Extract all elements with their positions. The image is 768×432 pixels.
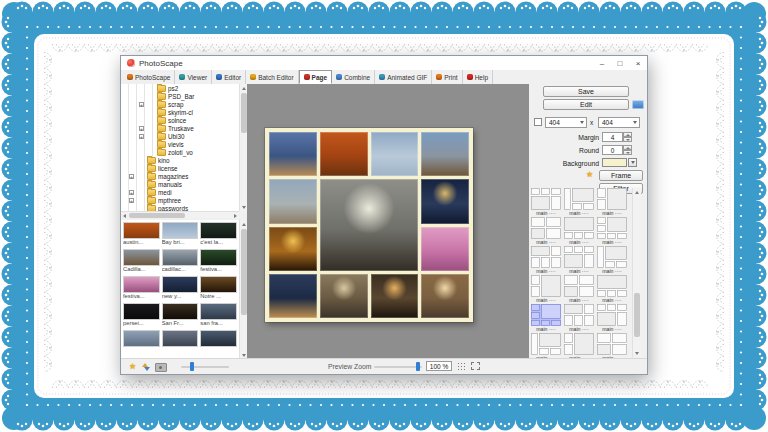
collage-photo-interior-escalator[interactable] [320,274,368,318]
collage-photo-beach-scene[interactable] [269,179,317,223]
template-option[interactable]: main ···· [531,275,561,304]
tree-expander-icon[interactable]: + [129,174,134,179]
tree-item-license[interactable]: license [121,164,239,172]
template-option[interactable]: main ···· [564,333,594,359]
list-item[interactable]: Cadilla... [123,249,160,274]
margin-spinner[interactable] [623,132,632,142]
template-option[interactable]: main ···· [597,304,627,333]
tree-item-Truskave[interactable]: +Truskave [121,124,239,132]
template-option[interactable]: main ···· [531,333,561,359]
slider-knob[interactable] [416,362,420,371]
panel-layout-icon[interactable] [632,100,644,109]
tree-item-ps2[interactable]: ps2 [121,84,239,92]
spin-down-icon[interactable] [623,137,632,142]
collage-page[interactable] [265,128,473,322]
scroll-down-icon[interactable] [240,203,247,211]
tree-item-skyrim-cl[interactable]: skyrim-cl [121,108,239,116]
tree-item-magazines[interactable]: +magazines [121,172,239,180]
tree-item-zoloti_vo[interactable]: zoloti_vo [121,148,239,156]
width-select[interactable]: 404 [545,117,587,128]
tree-item-manuals[interactable]: manuals [121,180,239,188]
collage-photo-carousel-night[interactable] [269,227,317,271]
height-select[interactable]: 404 [598,117,640,128]
tree-item-medi[interactable]: +medi [121,188,239,196]
tree-horizontal-scrollbar[interactable] [121,211,239,218]
template-option[interactable]: main ···· [564,188,594,217]
list-item[interactable]: Notre ... [200,276,237,301]
scroll-up-icon[interactable] [240,84,247,92]
minimize-button[interactable]: – [593,56,611,70]
tree-item-PSD_Bar[interactable]: PSD_Bar [121,92,239,100]
frame-button[interactable]: Frame [599,170,643,181]
actual-pixels-icon[interactable] [457,362,466,370]
round-value[interactable]: 0 [602,145,623,155]
collage-photo-moon-seascape[interactable] [320,179,419,271]
list-item[interactable]: san fra... [200,303,237,328]
camera-icon[interactable] [155,363,167,372]
tab-print[interactable]: Print [432,70,462,84]
list-item[interactable]: cadillac... [162,249,199,274]
page-size-icon[interactable] [534,118,542,126]
list-item[interactable]: c'est la... [200,222,237,247]
template-option[interactable]: main ···· [597,217,627,246]
list-item[interactable]: new y... [162,276,199,301]
fit-to-window-icon[interactable] [471,362,480,370]
edit-button[interactable]: Edit [543,99,629,110]
scroll-up-icon[interactable] [633,188,641,196]
zoom-value[interactable]: 100 % [426,361,452,371]
background-dropdown-button[interactable] [628,158,637,167]
collage-photo-city-skyline-night[interactable] [269,274,317,318]
list-item[interactable]: San Fr... [162,303,199,328]
title-bar[interactable]: PhotoScape – □ × [121,56,647,71]
background-color-swatch[interactable] [602,158,627,167]
thumbnail-scrollbar[interactable] [239,220,247,359]
scroll-left-icon[interactable] [121,212,128,219]
scroll-up-icon[interactable] [240,220,247,228]
tree-item-solnce[interactable]: solnce [121,116,239,124]
collage-photo-pink-flowers[interactable] [421,227,469,271]
tree-expander-icon[interactable]: + [139,134,144,139]
collage-photo-calm-sea[interactable] [371,132,419,176]
scroll-down-icon[interactable] [633,349,641,357]
template-option[interactable]: main ···· [531,246,561,275]
tree-item-scrap[interactable]: +scrap [121,100,239,108]
template-option[interactable]: main ···· [531,188,561,217]
template-option[interactable]: main ···· [564,275,594,304]
tab-photoscape[interactable]: PhotoScape [123,70,175,84]
tree-expander-icon[interactable]: + [129,190,134,195]
tree-item-mpthree[interactable]: +mpthree [121,196,239,204]
tab-combine[interactable]: Combine [332,70,375,84]
template-option[interactable]: main ···· [597,333,627,359]
scroll-right-icon[interactable] [232,212,239,219]
list-item[interactable]: austin... [123,222,160,247]
close-button[interactable]: × [629,56,647,70]
list-item[interactable]: Bay bri... [162,222,199,247]
template-option[interactable]: main ···· [564,246,594,275]
template-option[interactable]: main ···· [597,246,627,275]
tree-hscroll-thumb[interactable] [129,213,185,218]
tree-expander-icon[interactable]: + [129,198,134,203]
collage-photo-orange-puzzle[interactable] [320,132,368,176]
collage-photo-sf-street[interactable] [421,274,469,318]
template-option[interactable]: main ···· [597,188,627,217]
maximize-button[interactable]: □ [611,56,629,70]
template-option[interactable]: main ···· [531,217,561,246]
tab-editor[interactable]: Editor [212,70,246,84]
margin-value[interactable]: 4 [602,132,623,142]
save-button[interactable]: Save [543,86,629,97]
round-spinner[interactable] [623,145,632,155]
tree-item-Ubi30[interactable]: +Ubi30 [121,132,239,140]
collage-photo-castle-dusk[interactable] [269,132,317,176]
collage-photo-city-night[interactable] [371,274,419,318]
tree-item-passwords[interactable]: passwords [121,204,239,211]
tab-page[interactable]: Page [299,70,333,84]
collage-photo-eiffel-night[interactable] [421,179,469,223]
template-option-selected[interactable]: main ···· [531,304,561,333]
list-item[interactable]: festiva... [200,249,237,274]
tab-viewer[interactable]: Viewer [175,70,212,84]
template-option[interactable]: main ···· [597,275,627,304]
tab-animated-gif[interactable]: Animated GIF [375,70,432,84]
spin-down-icon[interactable] [623,150,632,155]
tree-item-kino[interactable]: kino [121,156,239,164]
list-item[interactable] [123,330,160,355]
